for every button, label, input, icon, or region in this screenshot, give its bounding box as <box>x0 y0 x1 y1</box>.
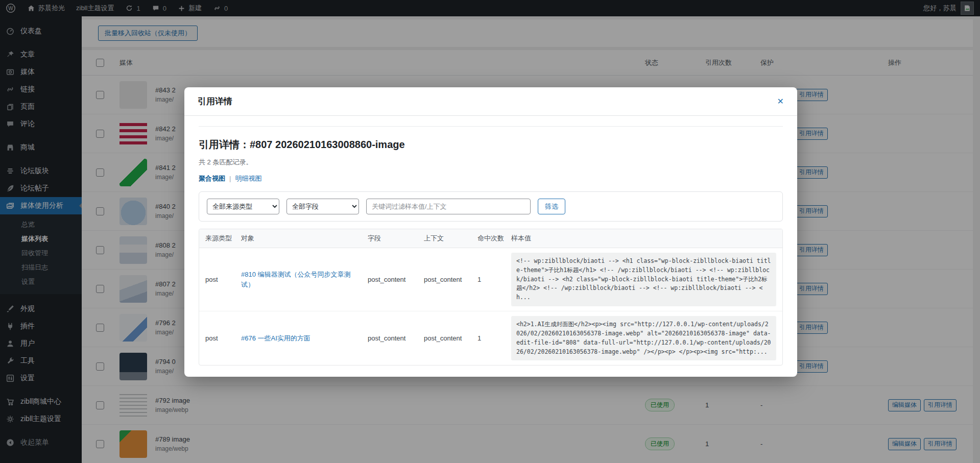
object-link[interactable]: #676 一些AI实用的方面 <box>241 333 363 344</box>
filter-bar: 全部来源类型 全部字段 筛选 <box>199 191 783 222</box>
aggregate-view-link[interactable]: 聚合视图 <box>199 175 225 182</box>
reference-table-header: 来源类型 对象 字段 上下文 命中次数 样本值 <box>199 229 782 248</box>
context-cell: post_content <box>424 334 472 342</box>
source-type-cell: post <box>205 276 236 283</box>
view-switcher: 聚合视图|明细视图 <box>199 174 783 183</box>
field-cell: post_content <box>368 334 419 342</box>
reference-table: 来源类型 对象 字段 上下文 命中次数 样本值 post #810 编辑器测试（… <box>199 229 783 365</box>
hits-cell: 1 <box>477 334 506 342</box>
object-link[interactable]: #810 编辑器测试（公众号同步文章测试） <box>241 270 363 289</box>
filter-submit-button[interactable]: 筛选 <box>538 199 565 214</box>
reference-details-modal: 引用详情 ✕ 引用详情：#807 20260210163008860-image… <box>184 87 797 377</box>
keyword-filter-input[interactable] <box>366 199 531 214</box>
modal-title: 引用详情 <box>198 95 232 107</box>
detail-view-link[interactable]: 明细视图 <box>235 175 261 182</box>
divider <box>199 126 783 127</box>
context-cell: post_content <box>424 276 472 283</box>
source-type-cell: post <box>205 334 236 342</box>
reference-heading: 引用详情：#807 20260210163008860-image <box>199 138 783 152</box>
sample-value: <!-- wp:zibllblock/biaoti --> <h1 class=… <box>511 253 776 306</box>
field-cell: post_content <box>368 276 419 283</box>
hits-cell: 1 <box>477 276 506 283</box>
source-type-select[interactable]: 全部来源类型 <box>207 199 279 214</box>
field-select[interactable]: 全部字段 <box>286 199 359 214</box>
reference-row: post #810 编辑器测试（公众号同步文章测试） post_content … <box>199 248 782 311</box>
reference-row: post #676 一些AI实用的方面 post_content post_co… <box>199 311 782 365</box>
close-icon[interactable]: ✕ <box>777 98 784 106</box>
match-count-text: 共 2 条匹配记录。 <box>199 158 783 167</box>
sample-value: <h2>1.AI生成封面图</h2><p><img src="http://12… <box>511 316 776 360</box>
